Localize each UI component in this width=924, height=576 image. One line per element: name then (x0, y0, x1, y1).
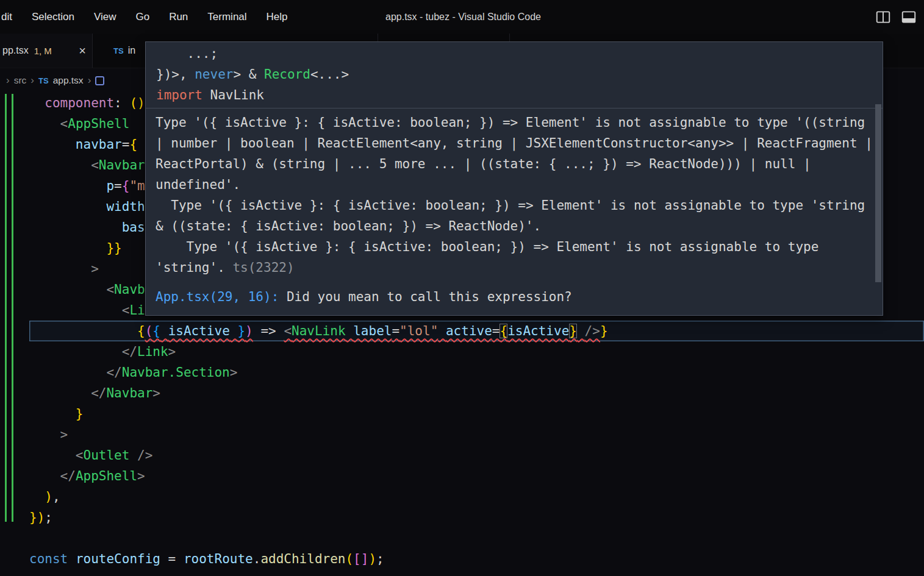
titlebar-actions (875, 9, 924, 25)
sig-line: ...; (156, 43, 883, 64)
git-added-indicator (12, 94, 13, 522)
hover-tooltip: ...;})>, never> & Record<...>import NavL… (145, 41, 883, 316)
ts-file-icon: TS (113, 46, 124, 55)
menu-item-go[interactable]: Go (126, 0, 159, 34)
error-code: ts(2322) (232, 260, 294, 275)
code-line[interactable]: </Navbar> (0, 383, 924, 404)
sig-line: import NavLink (156, 85, 883, 105)
file-location-link[interactable]: App.tsx(29, 16): (156, 290, 279, 304)
menu-item-view[interactable]: View (84, 0, 126, 34)
error-message-1: Type '({ isActive }: { isActive: boolean… (156, 112, 876, 195)
menu-item-terminal[interactable]: Terminal (198, 0, 256, 34)
title-bar: ditSelectionViewGoRunTerminalHelp app.ts… (0, 0, 924, 34)
code-line[interactable] (0, 528, 924, 549)
code-line[interactable]: </AppShell> (0, 466, 924, 486)
code-line[interactable]: > (0, 424, 924, 445)
window-title: app.tsx - tubez - Visual Studio Code (385, 0, 541, 34)
code-line[interactable]: </Navbar.Section> (0, 362, 924, 383)
error-message-3: Type '({ isActive }: { isActive: boolean… (156, 236, 876, 278)
code-line[interactable]: <Outlet /> (0, 445, 924, 466)
tab-status-badge: 1, M (34, 46, 52, 56)
code-line[interactable]: }); (0, 507, 924, 528)
code-line[interactable]: const routeConfig = rootRoute.addChildre… (0, 549, 924, 569)
close-icon[interactable]: × (79, 44, 86, 58)
chevron-right-icon: › (88, 74, 91, 87)
error-message-2: Type '({ isActive }: { isActive: boolean… (156, 195, 876, 236)
toggle-panel-icon[interactable] (901, 9, 917, 25)
quickfix-suggestion: App.tsx(29, 16): Did you mean to call th… (156, 286, 876, 307)
tab-app-tsx[interactable]: pp.tsx 1, M × (0, 34, 93, 68)
symbol-icon (95, 76, 104, 85)
chevron-right-icon: › (6, 74, 10, 87)
tab-title: in (128, 45, 135, 56)
code-line-current[interactable]: {({ isActive }) => <NavLink label="lol" … (29, 321, 924, 341)
ts-file-icon: TS (38, 76, 49, 85)
menu-item-help[interactable]: Help (257, 0, 298, 34)
hover-signature: ...;})>, never> & Record<...>import NavL… (146, 42, 883, 108)
split-editor-icon[interactable] (875, 9, 891, 25)
code-line[interactable]: } (0, 404, 924, 424)
quickfix-text: Did you mean to call this expression? (279, 290, 571, 304)
tab-title: pp.tsx (2, 45, 29, 56)
menu-item-selection[interactable]: Selection (22, 0, 84, 34)
chevron-right-icon: › (30, 74, 34, 87)
menu-item-dit[interactable]: dit (0, 0, 22, 34)
hover-error-body: Type '({ isActive }: { isActive: boolean… (146, 108, 876, 307)
sig-line: })>, never> & Record<...> (156, 64, 883, 85)
menu-bar: ditSelectionViewGoRunTerminalHelp (0, 0, 298, 34)
git-added-indicator (5, 94, 7, 522)
menu-item-run[interactable]: Run (159, 0, 198, 34)
code-line[interactable]: ), (0, 486, 924, 507)
breadcrumb-folder[interactable]: src (14, 75, 27, 86)
code-line[interactable]: </Link> (0, 341, 924, 362)
breadcrumb-file[interactable]: app.tsx (53, 75, 84, 86)
tooltip-scrollbar[interactable] (875, 104, 881, 282)
